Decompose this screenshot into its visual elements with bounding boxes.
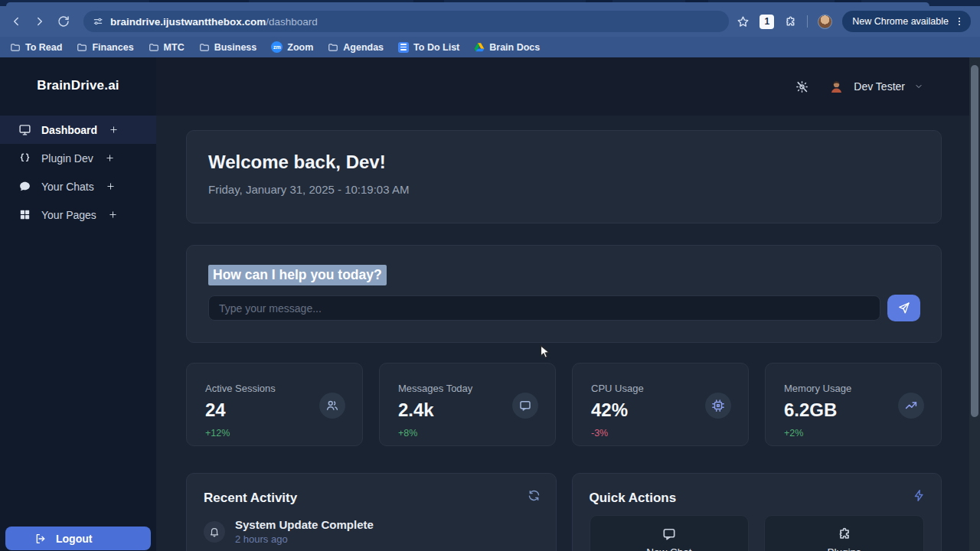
plus-icon [106, 182, 115, 191]
add-dashboard-button[interactable] [109, 126, 118, 134]
bookmark-business[interactable]: Business [199, 42, 257, 53]
tile-label: New Chat [646, 546, 691, 551]
scrollbar-track[interactable] [969, 57, 980, 551]
chat-card: How can I help you today? [186, 245, 942, 343]
add-page-button[interactable] [109, 210, 117, 219]
bookmark-finances[interactable]: Finances [77, 42, 133, 53]
chrome-update-button[interactable]: New Chrome available [842, 11, 971, 32]
chat-bubble-icon [18, 180, 31, 193]
stat-change: +2% [784, 428, 923, 439]
tab-strip[interactable] [0, 0, 980, 6]
plugins-tile[interactable]: Plugins [764, 515, 924, 551]
stat-card-active-sessions: Active Sessions 24 +12% [186, 363, 363, 446]
stat-card-memory-usage: Memory Usage 6.2GB +2% [765, 363, 942, 446]
stat-label: CPU Usage [591, 383, 730, 394]
chevron-down-icon [914, 82, 923, 91]
bookmark-label: MTC [164, 42, 185, 53]
stat-label: Messages Today [398, 383, 537, 394]
welcome-datetime: Friday, January 31, 2025 - 10:19:03 AM [208, 183, 941, 196]
extensions-puzzle-icon[interactable] [784, 15, 797, 28]
bottom-row: Recent Activity System Update Complete 2… [186, 473, 942, 551]
refresh-activity-button[interactable] [528, 489, 541, 502]
browser-window: braindrive.ijustwantthebox.com/dashboard… [0, 0, 980, 551]
url-host: braindrive.ijustwantthebox.com [110, 16, 266, 28]
plus-icon [109, 210, 117, 219]
quick-actions-panel: Quick Actions New Chat Plugins [572, 473, 942, 551]
stat-label: Memory Usage [784, 383, 923, 394]
bookmark-mtc[interactable]: MTC [149, 42, 185, 53]
sidebar-item-your-pages[interactable]: Your Pages [0, 201, 156, 229]
bookmark-zoom[interactable]: zmZoom [271, 41, 313, 53]
bookmark-label: Business [214, 42, 257, 53]
app-header: Dev Tester [156, 57, 969, 116]
stat-label: Active Sessions [205, 383, 344, 394]
bookmark-label: To Do List [413, 42, 459, 53]
activity-list-item: System Update Complete 2 hours ago [204, 518, 539, 545]
todo-badge-icon [398, 42, 409, 53]
sidebar: BrainDrive.ai Dashboard Plugin Dev Your … [0, 57, 156, 551]
folder-icon [10, 42, 21, 53]
bookmark-label: Brain Docs [489, 42, 540, 53]
logout-button[interactable]: Logout [5, 527, 151, 550]
bookmark-label: Agendas [343, 42, 384, 53]
sidebar-item-your-chats[interactable]: Your Chats [0, 172, 156, 201]
scrollbar-thumb[interactable] [971, 65, 978, 417]
kebab-menu-icon[interactable] [954, 16, 965, 27]
trending-up-icon [898, 393, 924, 419]
grid-icon [18, 208, 31, 221]
site-settings-icon[interactable] [93, 16, 103, 27]
new-chat-tile[interactable]: New Chat [590, 515, 750, 551]
monitor-icon [18, 123, 31, 136]
url-path: /dashboard [266, 16, 318, 28]
sidebar-item-dashboard[interactable]: Dashboard [0, 116, 156, 144]
bookmark-label: To Read [25, 42, 62, 53]
sidebar-item-plugin-dev[interactable]: Plugin Dev [0, 144, 156, 172]
bookmark-to-do-list[interactable]: To Do List [398, 42, 459, 53]
lightning-icon [913, 489, 926, 502]
quick-actions-header-icon [913, 489, 926, 502]
logout-label: Logout [56, 533, 92, 545]
bookmark-brain-docs[interactable]: Brain Docs [474, 42, 540, 53]
bookmark-to-read[interactable]: To Read [10, 42, 62, 53]
sidebar-item-label: Dashboard [41, 124, 97, 136]
recent-activity-title: Recent Activity [204, 491, 539, 506]
users-icon [319, 393, 345, 419]
sidebar-item-label: Your Pages [41, 209, 96, 221]
puzzle-icon [837, 527, 852, 542]
stat-change: +12% [205, 428, 344, 439]
folder-icon [199, 42, 210, 53]
add-plugin-button[interactable] [106, 154, 114, 162]
bookmark-agendas[interactable]: Agendas [328, 42, 384, 53]
forward-button[interactable] [33, 15, 47, 28]
toolbar-divider [807, 15, 808, 28]
browser-profile-avatar[interactable] [818, 15, 832, 29]
recent-activity-panel: Recent Activity System Update Complete 2… [186, 473, 557, 551]
address-bar[interactable]: braindrive.ijustwantthebox.com/dashboard [83, 11, 729, 32]
code-braces-icon [18, 152, 31, 165]
welcome-card: Welcome back, Dev! Friday, January 31, 2… [186, 130, 942, 223]
bookmark-star-icon[interactable] [737, 15, 750, 28]
sidebar-item-label: Your Chats [41, 181, 94, 193]
message-input[interactable] [208, 295, 880, 321]
zoom-badge-icon: zm [271, 41, 283, 53]
activity-item-title: System Update Complete [235, 518, 374, 531]
browser-toolbar: braindrive.ijustwantthebox.com/dashboard… [0, 6, 980, 37]
refresh-button[interactable] [57, 15, 70, 28]
add-chat-button[interactable] [106, 182, 115, 191]
bell-icon [204, 521, 225, 543]
bookmark-label: Finances [92, 42, 133, 53]
welcome-title: Welcome back, Dev! [208, 152, 941, 173]
user-menu[interactable]: Dev Tester [828, 79, 923, 95]
folder-icon [149, 42, 159, 53]
sun-slash-icon [795, 80, 808, 93]
drive-icon [474, 42, 485, 53]
sidebar-item-label: Plugin Dev [41, 152, 93, 165]
tile-label: Plugins [827, 546, 861, 551]
back-button[interactable] [9, 15, 23, 28]
theme-toggle-button[interactable] [795, 80, 808, 93]
send-button[interactable] [887, 295, 920, 321]
app-logo: BrainDrive.ai [0, 57, 156, 93]
bookmark-label: Zoom [287, 42, 313, 53]
password-extension-icon[interactable]: 1 [760, 15, 774, 29]
user-name: Dev Tester [854, 80, 905, 93]
